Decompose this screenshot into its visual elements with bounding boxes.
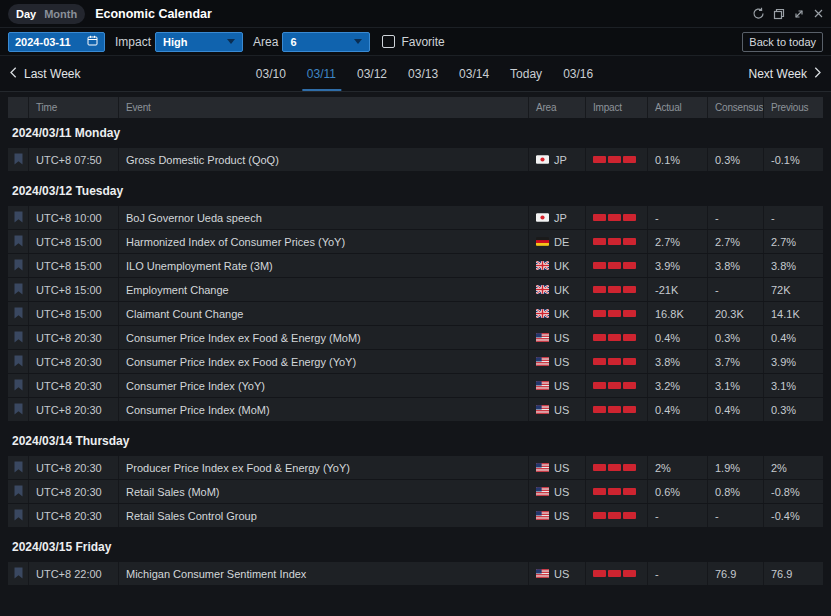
tab-03-10[interactable]: 03/10	[256, 56, 286, 91]
bookmark-icon[interactable]	[14, 355, 23, 369]
event-area: US	[528, 350, 585, 373]
date-tabs: 03/10 03/11 03/12 03/13 03/14 Today 03/1…	[256, 56, 593, 91]
bookmark-icon[interactable]	[14, 235, 23, 249]
favorite-label: Favorite	[401, 35, 444, 49]
bookmark-icon[interactable]	[14, 211, 23, 225]
event-name[interactable]: Consumer Price Index ex Food & Energy (M…	[118, 326, 528, 349]
bookmark-icon[interactable]	[14, 259, 23, 273]
refresh-icon[interactable]	[752, 7, 765, 20]
bookmark-icon[interactable]	[14, 461, 23, 475]
back-to-today-button[interactable]: Back to today	[742, 32, 823, 52]
event-row[interactable]: UTC+8 22:00 Michigan Consumer Sentiment …	[8, 562, 823, 585]
event-row[interactable]: UTC+8 15:00 Employment Change UK -21K - …	[8, 278, 823, 301]
previous-value: -0.4%	[763, 504, 823, 527]
bookmark-icon[interactable]	[14, 567, 23, 581]
consensus-value: 0.3%	[707, 326, 763, 349]
previous-value: 76.9	[763, 562, 823, 585]
event-row[interactable]: UTC+8 15:00 Claimant Count Change UK 16.…	[8, 302, 823, 325]
bookmark-icon[interactable]	[14, 379, 23, 393]
event-time: UTC+8 15:00	[28, 278, 118, 301]
bookmark-icon[interactable]	[14, 283, 23, 297]
area-dropdown[interactable]: 6	[282, 32, 370, 52]
country-flag-icon	[536, 511, 549, 520]
bookmark-icon[interactable]	[14, 509, 23, 523]
event-row[interactable]: UTC+8 20:30 Producer Price Index ex Food…	[8, 456, 823, 479]
tab-03-14[interactable]: 03/14	[459, 56, 489, 91]
event-row[interactable]: UTC+8 20:30 Consumer Price Index ex Food…	[8, 350, 823, 373]
bookmark-icon[interactable]	[14, 307, 23, 321]
area-label: Area	[253, 35, 278, 49]
actual-value: 2%	[647, 456, 707, 479]
event-row[interactable]: UTC+8 20:30 Consumer Price Index (YoY) U…	[8, 374, 823, 397]
tab-today[interactable]: Today	[510, 56, 542, 91]
event-row[interactable]: UTC+8 20:30 Retail Sales Control Group U…	[8, 504, 823, 527]
tab-03-12[interactable]: 03/12	[357, 56, 387, 91]
impact-value: High	[163, 36, 187, 48]
event-name[interactable]: Michigan Consumer Sentiment Index	[118, 562, 528, 585]
tab-03-13[interactable]: 03/13	[408, 56, 438, 91]
next-week-button[interactable]: Next Week	[749, 66, 821, 81]
event-area: US	[528, 562, 585, 585]
event-row[interactable]: UTC+8 07:50 Gross Domestic Product (QoQ)…	[8, 148, 823, 171]
top-bar: Day Month Economic Calendar	[0, 0, 831, 28]
event-area: UK	[528, 254, 585, 277]
last-week-label: Last Week	[24, 67, 80, 81]
impact-bars	[585, 254, 647, 277]
impact-bars	[585, 456, 647, 479]
event-row[interactable]: UTC+8 15:00 ILO Unemployment Rate (3M) U…	[8, 254, 823, 277]
bookmark-icon[interactable]	[14, 331, 23, 345]
date-value: 2024-03-11	[15, 36, 71, 48]
event-row[interactable]: UTC+8 20:30 Consumer Price Index (MoM) U…	[8, 398, 823, 421]
event-name[interactable]: Claimant Count Change	[118, 302, 528, 325]
actual-value: 0.4%	[647, 326, 707, 349]
event-name[interactable]: Consumer Price Index (MoM)	[118, 398, 528, 421]
date-input[interactable]: 2024-03-11	[8, 32, 105, 52]
event-name[interactable]: Producer Price Index ex Food & Energy (Y…	[118, 456, 528, 479]
country-flag-icon	[536, 213, 549, 222]
event-name[interactable]: Consumer Price Index (YoY)	[118, 374, 528, 397]
actual-value: -	[647, 504, 707, 527]
section-date-header: 2024/03/12 Tuesday	[8, 176, 823, 206]
favorite-checkbox[interactable]	[382, 35, 395, 48]
event-name[interactable]: ILO Unemployment Rate (3M)	[118, 254, 528, 277]
event-name[interactable]: Retail Sales Control Group	[118, 504, 528, 527]
event-name[interactable]: Gross Domestic Product (QoQ)	[118, 148, 528, 171]
country-flag-icon	[536, 285, 549, 294]
previous-value: -0.8%	[763, 480, 823, 503]
event-name[interactable]: BoJ Governor Ueda speech	[118, 206, 528, 229]
event-name[interactable]: Consumer Price Index ex Food & Energy (Y…	[118, 350, 528, 373]
window-restore-icon[interactable]	[773, 8, 785, 20]
expand-icon[interactable]	[793, 8, 805, 20]
month-toggle[interactable]: Month	[44, 8, 77, 20]
last-week-button[interactable]: Last Week	[10, 66, 80, 81]
economic-calendar-window: Day Month Economic Calendar 2024-03-11 I…	[0, 0, 831, 616]
tab-03-16[interactable]: 03/16	[563, 56, 593, 91]
bookmark-icon[interactable]	[14, 485, 23, 499]
actual-value: 2.7%	[647, 230, 707, 253]
impact-bars	[585, 374, 647, 397]
event-row[interactable]: UTC+8 15:00 Harmonized Index of Consumer…	[8, 230, 823, 253]
previous-value: 2%	[763, 456, 823, 479]
favorite-filter[interactable]: Favorite	[382, 35, 444, 49]
event-name[interactable]: Retail Sales (MoM)	[118, 480, 528, 503]
event-name[interactable]: Harmonized Index of Consumer Prices (YoY…	[118, 230, 528, 253]
bookmark-icon[interactable]	[14, 403, 23, 417]
bookmark-icon[interactable]	[14, 153, 23, 167]
event-area: UK	[528, 278, 585, 301]
event-row[interactable]: UTC+8 10:00 BoJ Governor Ueda speech JP …	[8, 206, 823, 229]
event-name[interactable]: Employment Change	[118, 278, 528, 301]
section-date-header: 2024/03/14 Thursday	[8, 426, 823, 456]
actual-value: -	[647, 562, 707, 585]
event-row[interactable]: UTC+8 20:30 Retail Sales (MoM) US 0.6% 0…	[8, 480, 823, 503]
view-toggle: Day Month	[8, 4, 85, 24]
tab-03-11[interactable]: 03/11	[307, 56, 336, 91]
impact-bars	[585, 562, 647, 585]
impact-bars	[585, 326, 647, 349]
day-toggle[interactable]: Day	[16, 8, 36, 20]
event-area: JP	[528, 148, 585, 171]
area-value: 6	[290, 36, 296, 48]
event-row[interactable]: UTC+8 20:30 Consumer Price Index ex Food…	[8, 326, 823, 349]
impact-dropdown[interactable]: High	[155, 32, 243, 52]
close-icon[interactable]	[813, 8, 824, 19]
country-code: UK	[554, 260, 569, 272]
